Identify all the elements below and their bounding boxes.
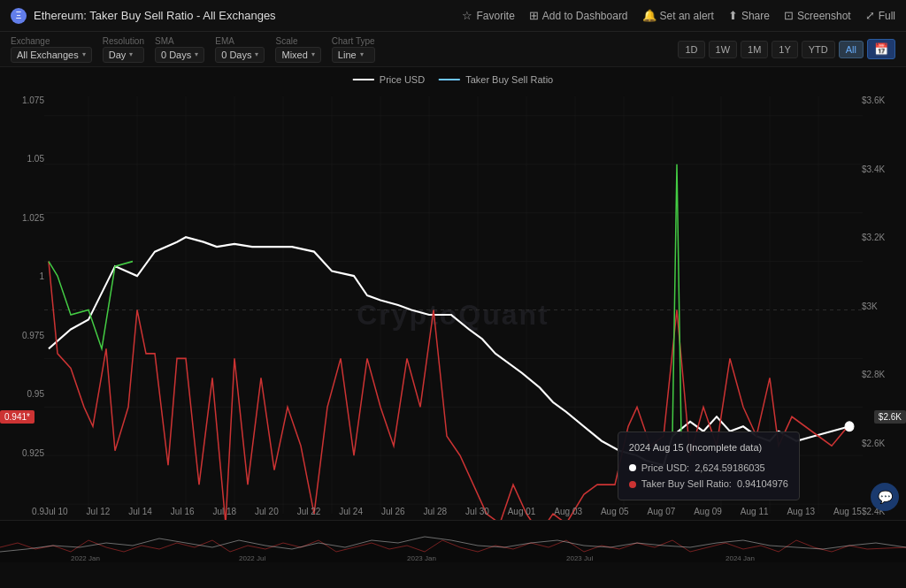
ratio-line-indicator [439, 79, 460, 80]
tooltip-ratio-value: 0.94104976 [737, 476, 788, 493]
time-range-buttons: 1D 1W 1M 1Y YTD All 📅 [678, 39, 895, 59]
add-dashboard-label: Add to Dashboard [542, 10, 628, 22]
sma-value: 0 Days [161, 50, 191, 60]
y-label-28k: $2.8K [862, 370, 904, 379]
page-title: Ethereum: Taker Buy Sell Ratio - All Exc… [34, 9, 276, 22]
set-alert-label: Set an alert [660, 10, 714, 22]
current-dot [845, 422, 854, 431]
share-label: Share [741, 10, 770, 22]
favorite-button[interactable]: ☆ Favorite [462, 9, 514, 22]
x-label-2: Jul 14 [128, 507, 152, 516]
chart-type-select[interactable]: Line ▾ [332, 47, 375, 63]
sma-select[interactable]: 0 Days ▾ [155, 47, 204, 63]
scale-select[interactable]: Mixed ▾ [275, 47, 320, 63]
ratio-dot [629, 481, 636, 488]
svg-text:2022 Jul: 2022 Jul [239, 554, 265, 562]
set-alert-button[interactable]: 🔔 Set an alert [642, 9, 714, 22]
time-1d[interactable]: 1D [678, 41, 704, 58]
y-label-34k: $3.4K [862, 164, 904, 174]
share-button[interactable]: ⬆ Share [728, 9, 770, 22]
y-axis-left: 1.075 1.05 1.025 1 0.975 0.95 0.925 0.9 [2, 95, 44, 516]
exchange-value: All Exchanges [17, 50, 79, 60]
chevron-down-icon: ▾ [255, 50, 258, 58]
add-dashboard-button[interactable]: ⊞ Add to Dashboard [529, 9, 628, 22]
time-1y[interactable]: 1Y [772, 41, 797, 58]
current-price-label: $2.6K [874, 410, 906, 424]
chat-button[interactable]: 💬 [871, 483, 899, 511]
x-label-14: Aug 07 [648, 507, 676, 516]
y-label-09: 0.9 [2, 507, 44, 516]
x-label-1: Jul 12 [87, 507, 111, 516]
x-label-12: Aug 03 [554, 507, 582, 516]
tooltip-ratio-label: Taker Buy Sell Ratio: [641, 476, 732, 493]
camera-icon: ⊡ [784, 9, 794, 22]
legend-ratio: Taker Buy Sell Ratio [439, 74, 553, 85]
x-axis: Jul 10 Jul 12 Jul 14 Jul 16 Jul 18 Jul 2… [44, 507, 862, 516]
chevron-down-icon: ▾ [82, 50, 86, 58]
resolution-dropdown: Resolution Day ▾ [103, 36, 144, 63]
svg-text:2023 Jul: 2023 Jul [566, 554, 593, 562]
star-icon: ☆ [462, 9, 472, 22]
resolution-select[interactable]: Day ▾ [103, 47, 144, 63]
tooltip-price-value: 2,624.59186035 [695, 460, 765, 477]
legend-price: Price USD [353, 74, 425, 85]
full-button[interactable]: ⤢ Full [865, 9, 895, 22]
y-axis-right: $3.6K $3.4K $3.2K $3K $2.8K $2.6K $2.4K [862, 95, 904, 516]
y-label-0975: 0.975 [2, 331, 44, 340]
header-left: Ξ Ethereum: Taker Buy Sell Ratio - All E… [11, 8, 276, 24]
chevron-down-icon: ▾ [129, 50, 133, 58]
y-label-105: 1.05 [2, 154, 44, 164]
y-label-095: 0.95 [2, 389, 44, 399]
ema-value: 0 Days [221, 50, 251, 60]
ema-select[interactable]: 0 Days ▾ [215, 47, 265, 63]
svg-text:2022 Jan: 2022 Jan [71, 554, 100, 562]
eth-icon: Ξ [11, 8, 27, 24]
x-label-11: Aug 01 [508, 507, 536, 516]
x-label-15: Aug 09 [694, 507, 722, 516]
ema-dropdown: EMA 0 Days ▾ [215, 36, 265, 63]
x-label-10: Jul 30 [465, 507, 489, 516]
time-all[interactable]: All [839, 41, 864, 58]
tooltip-price-row: Price USD: 2,624.59186035 [629, 460, 788, 477]
time-1w[interactable]: 1W [709, 41, 738, 58]
svg-text:2024 Jan: 2024 Jan [726, 554, 755, 562]
y-label-0925: 0.925 [2, 448, 44, 458]
header-actions: ☆ Favorite ⊞ Add to Dashboard 🔔 Set an a… [462, 9, 895, 22]
x-label-9: Jul 28 [423, 507, 447, 516]
toolbar: Exchange All Exchanges ▾ Resolution Day … [0, 32, 906, 67]
legend: Price USD Taker Buy Sell Ratio [353, 74, 553, 85]
resolution-value: Day [109, 50, 127, 60]
exchange-select[interactable]: All Exchanges ▾ [11, 47, 92, 63]
header: Ξ Ethereum: Taker Buy Sell Ratio - All E… [0, 0, 906, 32]
calendar-button[interactable]: 📅 [867, 39, 895, 59]
chart-type-label: Chart Type [332, 36, 375, 46]
sma-dropdown: SMA 0 Days ▾ [155, 36, 204, 63]
full-label: Full [879, 10, 895, 22]
x-label-5: Jul 20 [255, 507, 279, 516]
exchange-dropdown: Exchange All Exchanges ▾ [11, 36, 92, 63]
time-ytd[interactable]: YTD [802, 41, 835, 58]
tooltip-ratio-row: Taker Buy Sell Ratio: 0.94104976 [629, 476, 788, 493]
x-label-16: Aug 11 [741, 507, 769, 516]
resolution-label: Resolution [103, 36, 144, 46]
chevron-down-icon: ▾ [360, 50, 364, 58]
chevron-down-icon: ▾ [311, 50, 315, 58]
share-icon: ⬆ [728, 9, 738, 22]
toolbar-left: Exchange All Exchanges ▾ Resolution Day … [11, 36, 375, 63]
svg-text:2023 Jan: 2023 Jan [407, 554, 436, 562]
x-label-7: Jul 24 [339, 507, 363, 516]
scale-value: Mixed [281, 50, 307, 60]
dashboard-icon: ⊞ [529, 9, 539, 22]
x-label-8: Jul 26 [381, 507, 405, 516]
x-label-18: Aug 15 [833, 507, 862, 516]
chat-icon: 💬 [878, 490, 893, 504]
time-1m[interactable]: 1M [741, 41, 768, 58]
favorite-label: Favorite [476, 10, 514, 22]
mini-chart-svg: 2022 Jan 2022 Jul 2023 Jan 2023 Jul 2024… [0, 521, 906, 562]
chevron-down-icon: ▾ [195, 50, 198, 58]
screenshot-button[interactable]: ⊡ Screenshot [784, 9, 851, 22]
green-spike-line [672, 164, 681, 436]
y-label-36k: $3.6K [862, 95, 904, 105]
current-ratio-label: 0.941* [0, 410, 35, 424]
x-label-6: Jul 22 [297, 507, 321, 516]
